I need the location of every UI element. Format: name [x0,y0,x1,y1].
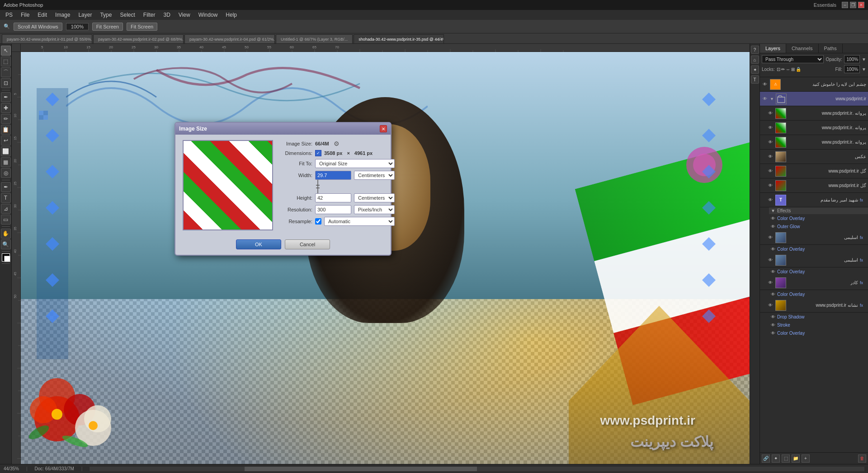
link-layers-btn[interactable]: 🔗 [762,454,770,463]
tab-2[interactable]: payam-30.42-www.psdprint.ir-02.psd @ 68/… [93,34,184,43]
width-input[interactable]: 29.7 [315,171,351,180]
effect-eye-co2[interactable]: 👁 [771,269,775,274]
layer-frame[interactable]: 👁 کادر fx [760,276,868,290]
effect-co-islami2[interactable]: 👁 Color Overlay [769,267,868,276]
minimize-button[interactable]: – [842,2,848,8]
eye-icon-3[interactable]: 👁 [767,139,774,145]
image-size-gear-icon[interactable]: ⚙ [334,140,340,147]
layer-warning[interactable]: 👁 ⚠ چشم این لایه را خاموش کنید [760,77,868,92]
blend-mode-select[interactable]: Pass Through Normal Multiply Screen [762,55,824,63]
eye-icon-group[interactable]: 👁 [762,96,768,102]
resolution-unit-select[interactable]: Pixels/Inch Pixels/Cm [354,205,395,214]
eye-icon-0[interactable]: 👁 [762,81,768,88]
effect-eye-co3[interactable]: 👁 [771,292,775,297]
menu-filter[interactable]: Filter [140,11,159,19]
effect-co-islami1[interactable]: 👁 Color Overlay [769,245,868,253]
eye-icon-2[interactable]: 👁 [767,125,774,131]
brush-tool[interactable]: ✏ [1,114,11,124]
eye-icon-10[interactable]: 👁 [767,280,774,286]
add-mask-btn[interactable]: ⬚ [782,454,790,463]
lock-all-icon[interactable]: 🔒 [796,67,801,72]
menu-help[interactable]: Help [222,11,241,19]
eraser-tool[interactable]: ⬜ [1,146,11,156]
tab-5-active[interactable]: shohada-30.42-www.psdprint.ir-35.psd @ 4… [354,34,444,43]
effect-eye-ds[interactable]: 👁 [771,314,775,319]
scroll-track-h[interactable] [90,467,864,471]
eye-icon-5[interactable]: 👁 [767,168,774,174]
zoom-input[interactable]: 100% [66,23,89,30]
add-style-btn[interactable]: ✦ [772,454,780,463]
new-layer-btn[interactable]: + [802,454,810,463]
dialog-close-button[interactable]: ✕ [380,125,387,132]
strip-icon-2[interactable]: ⌂ [751,56,759,64]
dimensions-checkbox[interactable]: ✓ [315,150,321,156]
layer-flower-1[interactable]: 👁 گل www.psdprint.ir [760,164,868,178]
resample-checkbox[interactable] [315,218,321,225]
width-unit-select[interactable]: Centimeters Pixels Inches [354,171,395,180]
effect-outer-glow[interactable]: 👁 Outer Glow [769,222,868,230]
layers-tab[interactable]: Layers [760,44,786,53]
pen-tool[interactable]: ✒ [1,182,11,192]
layer-islami-1[interactable]: 👁 اسلیمی fx [760,230,868,245]
effect-drop-shadow[interactable]: 👁 Drop Shadow [769,313,868,321]
scroll-all-btn[interactable]: Scroll All Windows [14,23,62,31]
layer-sign[interactable]: 👁 نشانه www.psdprint.ir fx [760,298,868,313]
effect-eye-1[interactable]: 👁 [771,216,775,221]
menu-file[interactable]: File [17,11,33,19]
layer-butterfly-1[interactable]: 👁 پروانه .www.psdprint.ir [760,106,868,121]
channels-tab[interactable]: Channels [786,44,818,53]
layer-butterfly-3[interactable]: 👁 پروانه .www.psdprint.ir [760,135,868,150]
lock-artboard-icon[interactable]: ⊞ [791,67,795,72]
eye-icon-1[interactable]: 👁 [767,110,774,117]
lock-transparent-icon[interactable]: ⊡ [777,67,780,72]
resample-select[interactable]: Automatic Preserve Details Bicubic Smoot… [324,217,395,226]
heal-tool[interactable]: ✚ [1,103,11,113]
lock-paint-icon[interactable]: ✏ [781,67,785,72]
shape-tool[interactable]: ▭ [1,215,11,225]
lock-position-icon[interactable]: ↔ [786,67,790,72]
effect-eye-co4[interactable]: 👁 [771,331,775,336]
zoom-tool[interactable]: 🔍 [1,239,11,249]
expand-icon-group[interactable]: ▼ [770,97,774,101]
move-tool[interactable]: ↖ [1,46,11,56]
strip-icon-3[interactable]: ✦ [751,66,759,74]
crop-tool[interactable]: ⊡ [1,78,11,88]
fill-input[interactable] [844,65,860,73]
blur-tool[interactable]: ◎ [1,168,11,178]
eyedropper-tool[interactable]: ✒ [1,92,11,102]
effect-color-overlay-1[interactable]: 👁 Color Overlay [769,214,868,222]
clone-tool[interactable]: 📋 [1,125,11,135]
paths-tab[interactable]: Paths [819,44,843,53]
layer-islami-2[interactable]: 👁 اسلیمی fx [760,253,868,267]
layer-butterfly-2[interactable]: 👁 پروانه .www.psdprint.ir [760,121,868,135]
type-tool[interactable]: T [1,193,11,203]
effect-eye-2[interactable]: 👁 [771,224,775,229]
layer-group[interactable]: 👁 ▼ www.psdprint.ir [760,92,868,106]
fg-color[interactable] [2,253,10,262]
close-button[interactable]: ✕ [858,2,864,8]
opacity-input[interactable] [844,55,860,63]
menu-3d[interactable]: 3D [160,11,174,19]
eye-icon-4[interactable]: 👁 [767,154,774,160]
menu-view[interactable]: View [175,11,194,19]
effect-stroke[interactable]: 👁 Stroke [769,321,868,329]
cancel-button[interactable]: Cancel [285,239,330,249]
eye-icon-6[interactable]: 👁 [767,183,774,189]
effect-co-frame[interactable]: 👁 Color Overlay [769,290,868,298]
select-tool[interactable]: ⬚ [1,56,11,66]
tab-4[interactable]: Untitled-1 @ 66/7% (Layer 3, RGB/... [276,34,353,43]
ok-button[interactable]: OK [236,239,281,249]
menu-layer[interactable]: Layer [75,11,95,19]
eye-icon-11[interactable]: 👁 [767,302,774,309]
tab-1[interactable]: payam-30.42-www.psdprint.ir-01.psd @ 55/… [2,34,92,43]
eye-icon-8[interactable]: 👁 [767,234,774,241]
menu-image[interactable]: Image [52,11,74,19]
lasso-tool[interactable]: ⌒ [1,67,11,77]
layer-flower-2[interactable]: 👁 گل www.psdprint.ir [760,178,868,193]
new-group-btn[interactable]: 📁 [792,454,800,463]
effect-eye-stroke[interactable]: 👁 [771,323,775,328]
effect-eye-co1[interactable]: 👁 [771,247,775,252]
strip-icon-1[interactable]: ? [751,46,759,54]
tab-3[interactable]: payam-30.42-www.psdprint.ir-04.psd @ 61/… [184,34,275,43]
delete-layer-btn[interactable]: 🗑 [858,454,866,463]
